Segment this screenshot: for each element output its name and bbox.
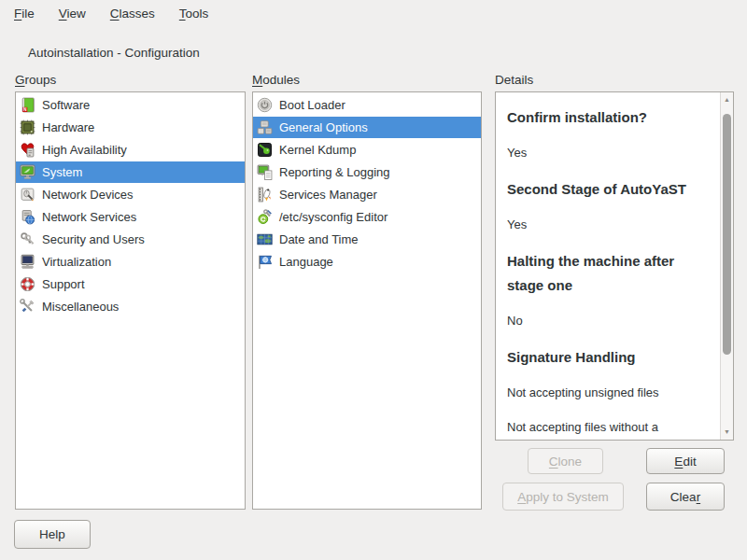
language-icon: [256, 254, 273, 271]
list-item-system[interactable]: System: [16, 161, 245, 183]
scroll-down-icon[interactable]: ▼: [721, 426, 733, 439]
list-item-label: Hardware: [42, 120, 94, 134]
details-value: No: [507, 310, 709, 332]
autoyast-configuration-window: File View Classes Tools Autoinstallation…: [0, 0, 747, 560]
list-item-label: Support: [42, 277, 85, 291]
list-item-network-services[interactable]: Network Services: [16, 206, 245, 228]
high-availability-icon: [19, 142, 35, 159]
list-item-virtualization[interactable]: Virtualization: [16, 251, 245, 273]
hardware-icon: [19, 119, 35, 136]
list-item-kernel-kdump[interactable]: Kernel Kdump: [253, 139, 481, 161]
clone-button[interactable]: Clone: [528, 448, 603, 474]
list-item-label: System: [42, 165, 82, 179]
details-heading: Signature Handling: [507, 345, 709, 370]
list-item-label: Language: [279, 255, 333, 269]
details-panel: Confirm installation? Yes Second Stage o…: [495, 91, 734, 441]
boot-loader-icon: [256, 97, 273, 114]
services-manager-icon: [256, 187, 273, 203]
list-item-label: High Availability: [42, 143, 127, 157]
system-icon: [19, 164, 35, 181]
miscellaneous-icon: [19, 299, 35, 315]
list-item-boot-loader[interactable]: Boot Loader: [253, 94, 481, 116]
sysconfig-editor-icon: [256, 209, 273, 226]
details-scrollbar[interactable]: ▲ ▼: [720, 92, 733, 440]
virtualization-icon: [19, 254, 35, 271]
scrollbar-thumb[interactable]: [723, 114, 731, 355]
details-label: Details: [495, 73, 533, 87]
details-content: Confirm installation? Yes Second Stage o…: [496, 92, 733, 440]
list-item-label: Services Manager: [279, 188, 377, 202]
details-value: Yes: [507, 214, 709, 236]
list-item-label: Kernel Kdump: [279, 143, 356, 157]
details-heading: Halting the machine after stage one: [507, 249, 709, 298]
list-item-language[interactable]: Language: [253, 251, 481, 273]
network-services-icon: [19, 209, 35, 226]
list-item-label: Software: [42, 98, 90, 112]
software-icon: N: [19, 97, 35, 114]
menu-classes[interactable]: Classes: [98, 2, 167, 25]
details-heading: Confirm installation?: [507, 105, 709, 130]
list-item-general-options[interactable]: General Options: [253, 117, 481, 138]
list-item-services-manager[interactable]: Services Manager: [253, 184, 481, 205]
groups-list: N Software Hardware High Availability: [15, 91, 246, 510]
list-item-label: /etc/sysconfig Editor: [279, 210, 388, 224]
general-options-icon: [256, 119, 273, 136]
modules-list: Boot Loader General Options Kernel Kdump: [252, 91, 482, 510]
menu-tools[interactable]: Tools: [167, 2, 221, 25]
kernel-kdump-icon: [256, 142, 273, 159]
edit-button[interactable]: Edit: [646, 448, 725, 474]
list-item-high-availability[interactable]: High Availability: [16, 139, 245, 161]
security-users-icon: [19, 231, 35, 248]
support-icon: [19, 276, 35, 293]
list-item-label: Miscellaneous: [42, 300, 119, 314]
list-item-date-and-time[interactable]: Date and Time: [253, 229, 481, 250]
list-item-label: Boot Loader: [279, 98, 345, 112]
list-item-security-and-users[interactable]: Security and Users: [16, 229, 245, 250]
details-heading: Second Stage of AutoYaST: [507, 177, 709, 202]
list-item-reporting-logging[interactable]: Reporting & Logging: [253, 161, 481, 183]
menubar: File View Classes Tools: [0, 0, 747, 26]
list-item-label: Reporting & Logging: [279, 165, 390, 179]
apply-to-system-button[interactable]: Apply to System: [502, 483, 624, 511]
date-time-icon: [256, 231, 273, 248]
scroll-up-icon[interactable]: ▲: [721, 93, 733, 106]
list-item-hardware[interactable]: Hardware: [16, 117, 245, 138]
list-item-software[interactable]: N Software: [16, 94, 245, 116]
groups-label: Groups: [15, 73, 56, 87]
page-title: Autoinstallation - Configuration: [28, 46, 200, 60]
details-value: Not accepting files without a checksum: [507, 416, 709, 440]
clear-button[interactable]: Clear: [646, 483, 725, 511]
svg-text:N: N: [22, 107, 26, 112]
list-item-label: Virtualization: [42, 255, 111, 269]
details-value: Not accepting unsigned files: [507, 382, 709, 404]
list-item-support[interactable]: Support: [16, 273, 245, 295]
list-item-label: Security and Users: [42, 232, 145, 246]
list-item-miscellaneous[interactable]: Miscellaneous: [16, 296, 245, 317]
list-item-label: Date and Time: [279, 232, 359, 246]
help-button[interactable]: Help: [14, 520, 91, 549]
list-item-label: Network Devices: [42, 188, 134, 202]
details-value: Yes: [507, 142, 709, 164]
menu-file[interactable]: File: [2, 2, 47, 25]
list-item-network-devices[interactable]: Network Devices: [16, 184, 245, 205]
list-item-label: General Options: [279, 120, 368, 134]
reporting-logging-icon: [256, 164, 273, 181]
list-item-sysconfig-editor[interactable]: /etc/sysconfig Editor: [253, 206, 481, 228]
menu-view[interactable]: View: [47, 2, 98, 25]
list-item-label: Network Services: [42, 210, 136, 224]
modules-label: Modules: [252, 73, 300, 87]
network-devices-icon: [19, 187, 35, 203]
